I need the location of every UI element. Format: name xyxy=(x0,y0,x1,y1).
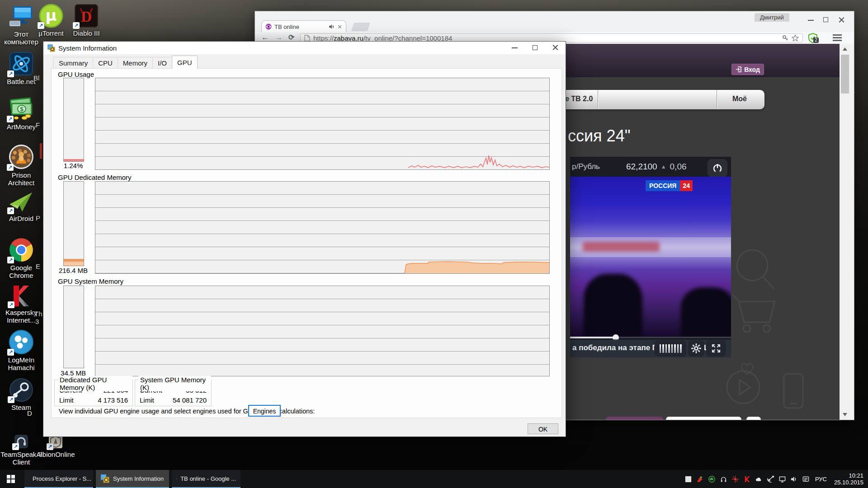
new-tab-button[interactable] xyxy=(351,23,370,31)
dedicated-gpu-memory-box: Dedicated GPU Memory (K) Current221 564 … xyxy=(54,380,133,406)
date-chip-small[interactable] xyxy=(746,417,761,420)
shortcut-arrow-icon: ↗ xyxy=(8,301,14,308)
adguard-icon[interactable] xyxy=(708,475,716,483)
nav-tab-moe[interactable]: Моё xyxy=(717,95,762,103)
player-power-button[interactable] xyxy=(708,159,727,177)
url-domain: zabava.ru xyxy=(334,34,363,42)
notifications-icon[interactable] xyxy=(802,475,810,483)
engines-button[interactable]: Engines xyxy=(248,405,281,417)
date-chip-active[interactable]: 25/10 xyxy=(606,417,663,420)
sysinfo-tabs: Summary CPU Memory I/O GPU xyxy=(53,57,197,70)
desktop-icon-albion[interactable]: ↗ AlbionOnline xyxy=(34,434,77,458)
clock[interactable]: 10:21 25.10.2015 xyxy=(832,472,863,486)
stat-value: 54 081 720 xyxy=(173,396,207,404)
scroll-down-icon[interactable] xyxy=(843,413,847,416)
tab-summary[interactable]: Summary xyxy=(53,57,93,69)
system-gpu-memory-box: System GPU Memory (K) Current35 312 Limi… xyxy=(135,380,212,406)
red-arrow-icon[interactable] xyxy=(696,475,704,483)
display-icon[interactable] xyxy=(778,475,786,483)
login-button[interactable]: Вход xyxy=(731,64,764,75)
back-icon[interactable]: ← xyxy=(261,33,269,42)
url-scheme: https:// xyxy=(313,34,334,42)
page-scrollbar[interactable] xyxy=(840,44,850,420)
login-label: Вход xyxy=(744,66,760,73)
volume-button[interactable] xyxy=(655,340,686,357)
headset-icon[interactable] xyxy=(720,475,727,483)
shortcut-arrow-icon: ↗ xyxy=(47,443,53,450)
url-path: /tv_online/?channel=1000184 xyxy=(363,34,452,42)
taskbar-item-system-information[interactable]: System Information xyxy=(96,470,169,488)
taskbar-item-label: Process Explorer - S... xyxy=(33,475,91,482)
reload-icon[interactable]: ⟳ xyxy=(288,33,294,42)
satellite-icon[interactable] xyxy=(767,475,774,483)
window-title: System Information xyxy=(58,44,117,52)
close-button[interactable] xyxy=(545,42,566,54)
shortcut-arrow-icon: ↗ xyxy=(7,164,14,171)
fullscreen-icon xyxy=(711,343,721,353)
group-box-title: Dedicated GPU Memory (K) xyxy=(58,376,132,391)
shortcut-arrow-icon: ↗ xyxy=(38,22,44,29)
adblock-shield-icon[interactable]: 2 xyxy=(807,33,819,43)
kaspersky-tray-icon[interactable] xyxy=(743,475,751,483)
language-indicator[interactable]: РУС xyxy=(814,476,828,483)
desktop-icon-hamachi[interactable]: ↗ LogMeIn Hamachi xyxy=(0,329,42,371)
minimize-button[interactable] xyxy=(505,42,525,54)
channel-logo-number: 24 xyxy=(680,180,693,191)
tab-title: ТВ online xyxy=(274,23,326,30)
tab-audio-icon[interactable] xyxy=(329,24,335,29)
taskbar-item-chrome[interactable]: ТВ online - Google ... xyxy=(172,470,241,488)
gpu-system-memory-bar xyxy=(63,286,84,368)
maximize-button[interactable] xyxy=(525,42,545,54)
shortcut-arrow-icon: ↗ xyxy=(12,443,19,450)
gpu-system-memory-graph xyxy=(95,286,550,376)
gpu-dedicated-memory-bar xyxy=(63,181,84,266)
password-key-icon[interactable] xyxy=(782,35,788,41)
artmoney-tray-icon[interactable] xyxy=(731,475,739,483)
taskbar-item-label: System Information xyxy=(113,475,164,482)
forward-icon[interactable]: → xyxy=(275,33,283,42)
scrollbar-thumb[interactable] xyxy=(841,55,849,94)
browser-tab[interactable]: ТВ online ✕ xyxy=(261,20,346,33)
video-player[interactable]: р/Рубль 62,2100 ▲ 0,06 xyxy=(570,157,731,357)
volume-icon[interactable] xyxy=(790,475,798,483)
kaspersky-icon: ↗ xyxy=(9,285,33,307)
seek-bar[interactable] xyxy=(570,337,731,338)
stat-label: Limit xyxy=(140,396,154,404)
tab-close-icon[interactable]: ✕ xyxy=(337,23,342,30)
desktop-icon-diablo[interactable]: D ↗ Diablo III xyxy=(65,4,108,37)
svg-text:$: $ xyxy=(20,106,24,113)
date-chip[interactable]: 26/10 xyxy=(666,417,741,420)
taskbar-item-process-explorer[interactable]: Process Explorer - S... xyxy=(24,470,93,488)
sysinfo-title-bar[interactable]: System Information xyxy=(43,42,566,54)
scroll-up-icon[interactable] xyxy=(843,47,847,51)
desktop-icon-steam[interactable]: ↗ Steam xyxy=(0,378,42,411)
start-button[interactable] xyxy=(0,470,22,488)
desktop-icon-prison-architect[interactable]: ↗ Prison Architect xyxy=(0,144,42,187)
video-frame: РОССИЯ 24 xyxy=(570,177,731,337)
close-button[interactable] xyxy=(834,15,849,25)
cloud-icon[interactable] xyxy=(755,475,763,483)
tab-memory[interactable]: Memory xyxy=(118,57,153,69)
video-silhouette xyxy=(584,274,642,337)
minimize-button[interactable] xyxy=(803,15,819,25)
desktop-icon-chrome[interactable]: ↗ Google Chrome xyxy=(0,237,42,279)
profile-chip[interactable]: Дмитрий xyxy=(755,13,789,22)
currency-ticker: р/Рубль 62,2100 ▲ 0,06 xyxy=(570,157,731,177)
white-square-icon[interactable] xyxy=(684,475,692,483)
menu-icon[interactable] xyxy=(833,34,842,41)
settings-button[interactable] xyxy=(688,340,704,357)
system-information-icon xyxy=(100,474,109,483)
shortcut-arrow-icon: ↗ xyxy=(7,349,14,356)
maximize-button[interactable] xyxy=(819,15,834,25)
nav-tab-tv20[interactable]: е ТВ 2.0 xyxy=(565,95,597,103)
tab-io[interactable]: I/O xyxy=(152,57,172,69)
ok-button[interactable]: OK xyxy=(528,423,558,434)
bookmark-star-icon[interactable] xyxy=(792,34,799,42)
fullscreen-button[interactable] xyxy=(706,340,726,357)
sysinfo-window-controls xyxy=(505,42,566,54)
tab-gpu[interactable]: GPU xyxy=(172,56,198,69)
channel-logo-text: РОССИЯ xyxy=(646,180,680,191)
stat-label: Limit xyxy=(59,396,74,404)
shortcut-arrow-icon: ↗ xyxy=(7,70,14,77)
tab-cpu[interactable]: CPU xyxy=(93,57,118,69)
